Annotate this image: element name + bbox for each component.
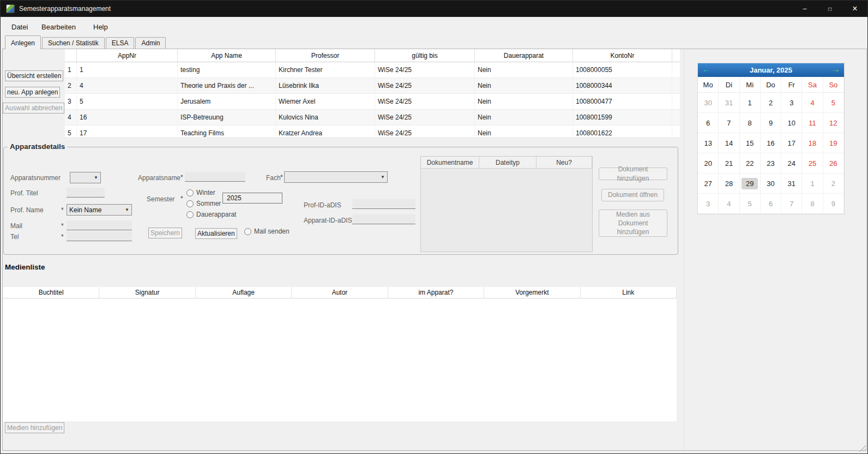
column-header-neu[interactable]: Neu? xyxy=(537,157,592,169)
column-header-gueltig-bis[interactable]: gültig bis xyxy=(375,49,475,62)
minimize-button[interactable]: – xyxy=(792,1,817,17)
sommer-radio[interactable]: Sommer xyxy=(186,200,221,207)
calendar-day[interactable]: 1 xyxy=(740,93,761,113)
menu-datei[interactable]: Datei xyxy=(9,22,30,32)
medien-aus-dokument-hinzufuegen-button[interactable]: Medien aus Dokument hinzufügen xyxy=(599,210,667,237)
calendar-day[interactable]: 12 xyxy=(823,113,844,133)
calendar-day[interactable]: 16 xyxy=(761,133,781,153)
calendar-day[interactable]: 7 xyxy=(781,194,802,214)
calendar-day[interactable]: 3 xyxy=(781,93,802,113)
calendar-day[interactable]: 2 xyxy=(823,174,844,194)
calendar-day[interactable]: 4 xyxy=(802,93,823,113)
calendar-day[interactable]: 6 xyxy=(698,113,719,133)
calendar-day[interactable]: 22 xyxy=(740,153,761,174)
uebersicht-erstellen-button[interactable]: Übersicht erstellen xyxy=(5,70,63,81)
calendar-day[interactable]: 23 xyxy=(761,153,781,174)
dokument-hinzufuegen-button[interactable]: Dokument hinzufügen xyxy=(599,168,667,180)
calendar-day[interactable]: 25 xyxy=(802,153,823,174)
column-header-dokumentname[interactable]: Dokumentname xyxy=(421,157,479,169)
calendar-day[interactable]: 21 xyxy=(719,153,739,174)
table-row[interactable]: 11testingKirchner TesterWiSe 24/25Nein10… xyxy=(65,62,680,78)
prof-name-combobox[interactable]: Kein Name ▼ xyxy=(67,204,132,216)
calendar-day[interactable]: 26 xyxy=(823,153,844,174)
column-header-app-name[interactable]: App Name xyxy=(178,49,276,62)
column-header-appnr[interactable]: AppNr xyxy=(77,49,178,62)
prof-titel-field[interactable] xyxy=(67,188,105,198)
calendar-day[interactable]: 9 xyxy=(823,194,844,214)
auswahl-abbrechen-button[interactable]: Auswahl abbrechen xyxy=(3,103,64,113)
table-row[interactable]: 24Theorie und Praxis der ...Lüsebrink Il… xyxy=(65,78,680,94)
column-header-dateityp[interactable]: Dateityp xyxy=(479,157,537,169)
calendar-day[interactable]: 5 xyxy=(823,93,844,113)
column-header-professor[interactable]: Professor xyxy=(276,49,375,62)
tab-suchen-statistik[interactable]: Suchen / Statistik xyxy=(42,37,105,49)
calendar-day[interactable]: 8 xyxy=(740,113,761,133)
calendar-day[interactable]: 18 xyxy=(802,133,823,153)
calendar-day[interactable]: 30 xyxy=(761,174,781,194)
dokument-oeffnen-button[interactable]: Dokument öffnen xyxy=(601,189,664,201)
apparatsnummer-combobox[interactable]: ▼ xyxy=(70,172,101,183)
fach-combobox[interactable]: ▼ xyxy=(284,171,388,183)
apparat-id-adis-field[interactable] xyxy=(352,214,415,224)
calendar-day[interactable]: 14 xyxy=(719,133,739,153)
column-header-im-apparat[interactable]: im Apparat? xyxy=(388,287,484,298)
column-header-dauerapparat[interactable]: Dauerapparat xyxy=(475,49,573,62)
calendar-day[interactable]: 2 xyxy=(761,93,781,113)
table-row[interactable]: 35JerusalemWiemer AxelWiSe 24/25Nein1008… xyxy=(65,94,680,110)
aktualisieren-button[interactable]: Aktualisieren xyxy=(195,228,237,239)
calendar-day[interactable]: 10 xyxy=(781,113,802,133)
calendar-day[interactable]: 20 xyxy=(698,153,719,174)
dauerapparat-radio[interactable]: Dauerapparat xyxy=(186,211,236,218)
mail-field[interactable] xyxy=(67,220,132,230)
calendar-day[interactable]: 31 xyxy=(719,93,739,113)
calendar-day[interactable]: 11 xyxy=(802,113,823,133)
neu-app-anlegen-button[interactable]: neu. App anlegen xyxy=(5,87,60,98)
calendar-day[interactable]: 8 xyxy=(802,194,823,214)
table-row[interactable]: 416ISP-BetreuungKulovics NinaWiSe 24/25N… xyxy=(65,110,680,126)
tab-elsa[interactable]: ELSA xyxy=(106,37,135,49)
calendar-prev-arrow-icon[interactable]: ← xyxy=(700,64,712,74)
calendar-day[interactable]: 9 xyxy=(761,113,781,133)
column-header-auflage[interactable]: Auflage xyxy=(196,287,292,298)
column-header-link[interactable]: Link xyxy=(581,287,677,298)
calendar-day[interactable]: 7 xyxy=(719,113,739,133)
semester-required-marker: * xyxy=(180,195,183,202)
calendar-day[interactable]: 19 xyxy=(823,133,844,153)
calendar-day[interactable]: 5 xyxy=(740,194,761,214)
column-header-kontonr[interactable]: KontoNr xyxy=(573,49,672,62)
calendar-day[interactable]: 29 xyxy=(740,174,761,194)
semester-year-field[interactable]: 2025 xyxy=(222,193,282,204)
winter-radio[interactable]: Winter xyxy=(186,189,215,196)
calendar-day[interactable]: 1 xyxy=(802,174,823,194)
menu-help[interactable]: Help xyxy=(91,22,110,32)
column-header-signatur[interactable]: Signatur xyxy=(99,287,195,298)
calendar-day[interactable]: 31 xyxy=(781,174,802,194)
tab-anlegen[interactable]: Anlegen xyxy=(5,35,41,49)
apparatsname-field[interactable] xyxy=(185,172,245,182)
calendar-day[interactable]: 24 xyxy=(781,153,802,174)
calendar-day[interactable]: 15 xyxy=(740,133,761,153)
column-header-vorgemerkt[interactable]: Vorgemerkt xyxy=(484,287,580,298)
calendar-day[interactable]: 6 xyxy=(761,194,781,214)
resize-grip-icon[interactable] xyxy=(859,445,866,452)
medien-hinzufuegen-button[interactable]: Medien hinzufügen xyxy=(5,422,64,433)
maximize-button[interactable]: □ xyxy=(817,1,842,17)
calendar-day[interactable]: 28 xyxy=(719,174,739,194)
column-header-autor[interactable]: Autor xyxy=(292,287,388,298)
tab-admin[interactable]: Admin xyxy=(135,37,166,49)
calendar-day[interactable]: 4 xyxy=(719,194,739,214)
prof-id-adis-field[interactable] xyxy=(352,199,415,209)
mail-senden-radio[interactable]: Mail senden xyxy=(244,228,290,235)
table-row[interactable]: 517Teaching FilmsKratzer AndreaWiSe 24/2… xyxy=(65,126,680,137)
calendar-day[interactable]: 27 xyxy=(698,174,719,194)
calendar-day[interactable]: 3 xyxy=(698,194,719,214)
menu-bearbeiten[interactable]: Bearbeiten xyxy=(39,22,78,32)
calendar-day[interactable]: 13 xyxy=(698,133,719,153)
calendar-day[interactable]: 30 xyxy=(698,93,719,113)
calendar-next-arrow-icon[interactable]: → xyxy=(830,64,842,74)
column-header-buchtitel[interactable]: Buchtitel xyxy=(3,287,99,298)
calendar-day[interactable]: 17 xyxy=(781,133,802,153)
speichern-button[interactable]: Speichern xyxy=(148,228,182,238)
close-button[interactable]: × xyxy=(842,1,867,17)
tel-field[interactable] xyxy=(67,231,132,241)
